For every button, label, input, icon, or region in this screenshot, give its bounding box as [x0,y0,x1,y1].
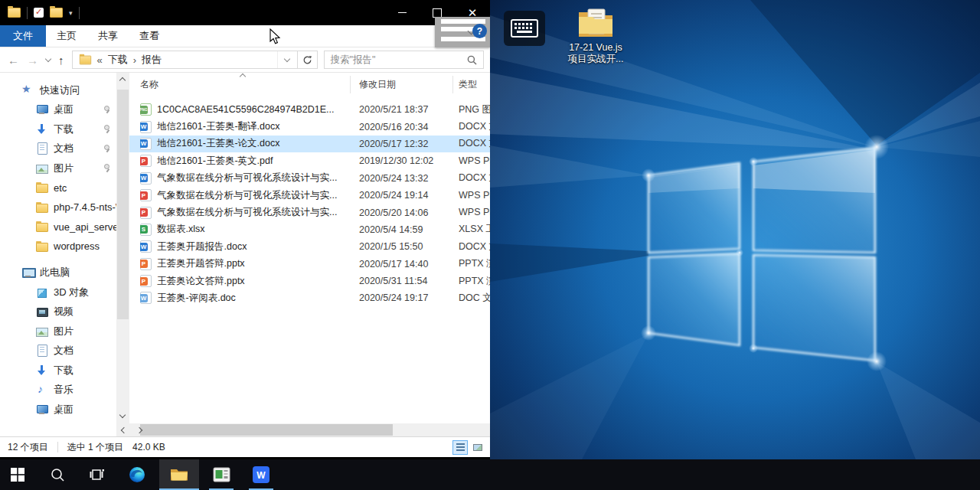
desktop-folder-vue-project[interactable]: 17-21 Vue.js 项目实战开... [560,6,631,65]
column-headers: 名称 修改日期 类型 [129,73,490,96]
menu-file[interactable]: 文件 [0,25,46,47]
breadcrumb-downloads[interactable]: 下载 [108,53,128,67]
help-button[interactable]: ? [472,24,487,38]
sidebar-item[interactable]: wordpress [0,237,116,256]
new-folder-icon[interactable] [50,8,63,18]
sidebar-item[interactable]: 文档 [0,341,116,361]
horizontal-scrollbar[interactable] [116,423,490,436]
sidebar-item[interactable]: 桌面 [0,400,116,420]
column-header-name[interactable]: 名称 [129,78,359,91]
address-dropdown-chevron-icon[interactable] [277,51,297,68]
column-divider[interactable] [350,76,351,93]
sidebar-this-pc[interactable]: 此电脑 [0,263,116,283]
sidebar-item[interactable]: php-7.4.5-nts-\ [0,198,116,217]
file-row[interactable]: W 王荟奥-评阅表.doc 2020/5/24 19:17 DOC 文档 [129,289,490,306]
scrollbar-thumb[interactable] [140,424,393,436]
search-box[interactable]: 搜索"报告" [324,51,485,69]
menu-share[interactable]: 共享 [87,25,129,47]
view-switcher [452,440,485,455]
file-name-cell: P 地信21601-王荟奥-英文.pdf [140,155,359,168]
svg-text:W: W [256,470,266,481]
file-badge-glyph: P [140,157,148,165]
refresh-icon [302,55,312,65]
sidebar-item[interactable]: 音乐 [0,381,116,400]
menu-view[interactable]: 查看 [129,25,170,47]
sidebar-quick-access[interactable]: 快速访问 [0,80,116,100]
sidebar-item[interactable]: 下载 [0,361,116,381]
file-row[interactable]: W 地信21601-王荟奥-论文.docx 2020/5/17 12:32 DO… [129,136,490,152]
file-type-icon: W [140,172,152,185]
start-button[interactable] [0,459,35,490]
thumbnails-view-button[interactable] [470,440,485,455]
search-icon [51,468,65,482]
minimize-button[interactable] [384,0,420,25]
file-badge-glyph: P [140,260,148,268]
sidebar-item[interactable]: vue_api_server [0,217,116,237]
breadcrumb[interactable]: « 下载 › 报告 [73,53,277,67]
customize-qat-chevron-icon[interactable]: ▾ [69,9,73,17]
file-row[interactable]: P 气象数据在线分析与可视化系统设计与实... 2020/5/24 19:14 … [129,187,490,204]
file-row[interactable]: W 地信21601-王荟奥-翻译.docx 2020/5/16 20:34 DO… [129,118,490,135]
sidebar-item-label: php-7.4.5-nts-\ [54,201,116,213]
touch-keyboard-overlay[interactable] [504,11,545,46]
sidebar-item[interactable]: 下载 [0,119,116,139]
file-type-icon: S [140,224,152,236]
sidebar-item[interactable]: 3D 对象 [0,283,116,302]
scroll-down-icon[interactable] [119,412,126,418]
search-icon[interactable] [467,55,477,65]
menu-home[interactable]: 主页 [46,25,87,47]
taskbar-wps-button[interactable]: W [243,459,279,490]
file-date: 2020/5/4 14:59 [359,224,459,235]
scrollbar-thumb[interactable] [117,90,129,319]
taskbar-explorer-button[interactable] [159,459,199,490]
task-view-button[interactable] [80,459,115,490]
file-badge-glyph: P [140,277,148,286]
sidebar-scrollbar[interactable] [116,73,129,423]
properties-icon[interactable] [34,8,44,18]
breadcrumb-overflow[interactable]: « [97,54,103,66]
capture-app-icon [213,467,230,482]
column-divider[interactable] [452,76,453,93]
column-header-type[interactable]: 类型 [459,78,490,91]
file-type: WPS PDF 文档 [459,206,490,219]
sidebar-item[interactable]: 视频 [0,302,116,322]
address-bar[interactable]: « 下载 › 报告 [72,51,298,69]
file-row[interactable]: W 王荟奥开题报告.docx 2020/1/5 15:50 DOCX 文档 [129,238,490,255]
app-folder-icon [8,8,21,18]
up-icon[interactable]: ↑ [58,54,64,67]
file-row[interactable]: P 气象数据在线分析与可视化系统设计与实... 2020/5/20 14:06 … [129,204,490,220]
sidebar-item-icon [35,162,48,175]
forward-icon[interactable]: → [27,54,38,67]
taskbar-capture-app-button[interactable] [204,459,239,490]
sidebar-item[interactable]: 桌面 [0,100,116,120]
thumbnails-view-icon [473,444,482,451]
file-row[interactable]: W 气象数据在线分析与可视化系统设计与实... 2020/5/24 13:32 … [129,170,490,187]
file-name: 气象数据在线分析与可视化系统设计与实... [157,189,337,202]
file-type: PNG 图片 [459,103,490,116]
file-name: 王荟奥开题答辩.pptx [157,257,245,270]
file-row[interactable]: P 地信21601-王荟奥-英文.pdf 2019/12/30 12:02 WP… [129,152,490,169]
recent-locations-chevron-icon[interactable] [45,55,51,61]
file-row[interactable]: S 数据表.xlsx 2020/5/4 14:59 XLSX 工作表 [129,221,490,238]
refresh-button[interactable] [298,51,318,69]
back-icon[interactable]: ← [8,54,19,67]
scroll-up-icon[interactable] [119,77,126,83]
column-header-date[interactable]: 修改日期 [359,78,459,91]
file-row[interactable]: P 王荟奥开题答辩.pptx 2020/5/17 14:40 PPTX 演示文稿 [129,256,490,273]
navigation-pane: 快速访问 桌面 下载 [0,73,116,423]
file-row[interactable]: P 王荟奥论文答辩.pptx 2020/5/31 11:54 PPTX 演示文稿 [129,273,490,289]
file-name-cell: P 气象数据在线分析与可视化系统设计与实... [140,206,359,219]
taskbar-edge-button[interactable] [119,459,155,490]
file-row[interactable]: PNG 1C0CAC8AE541C5596C284974B2D1E... 202… [129,101,490,118]
scroll-left-icon[interactable] [121,426,127,433]
sidebar-item[interactable]: 图片 [0,322,116,341]
titlebar[interactable]: ▾ ✕ [0,0,490,25]
sidebar-item[interactable]: 图片 [0,158,116,178]
details-view-button[interactable] [452,440,468,455]
pin-icon [103,106,112,114]
file-type: XLSX 工作表 [459,223,490,236]
taskbar-search-button[interactable] [40,459,75,490]
breadcrumb-reports[interactable]: 报告 [142,53,162,67]
sidebar-item[interactable]: etc [0,178,116,198]
sidebar-item[interactable]: 文档 [0,139,116,159]
